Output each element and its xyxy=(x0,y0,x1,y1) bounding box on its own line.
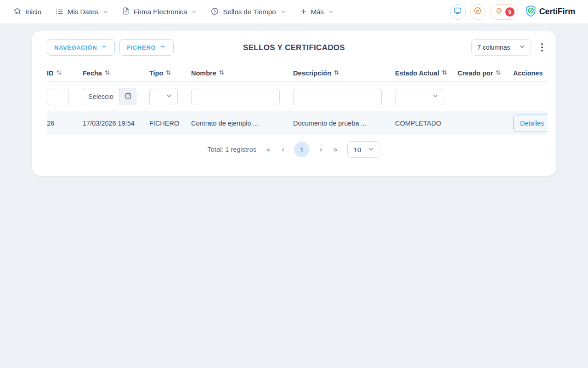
nav-item-label: Inicio xyxy=(25,8,41,16)
table-row[interactable]: 26 17/03/2026 19:54 FICHERO Contrato de … xyxy=(47,111,548,135)
last-page-button[interactable]: » xyxy=(332,146,339,154)
current-page-button[interactable]: 1 xyxy=(294,142,310,157)
filter-fecha-input[interactable] xyxy=(83,88,119,105)
brand-name: CertiFirm xyxy=(539,7,575,17)
chevron-down-icon xyxy=(328,8,334,16)
nav-item-mas[interactable]: Más xyxy=(300,7,334,17)
records-table: ID Fecha Tipo Nombre Descripción xyxy=(47,65,548,135)
cell-nombre: Contrato de ejemplo ... xyxy=(191,120,293,127)
chevron-down-icon xyxy=(281,8,286,16)
columns-select[interactable]: 7 columnas xyxy=(471,39,531,56)
filter-descripcion-input[interactable] xyxy=(293,88,382,105)
plus-icon xyxy=(300,7,307,17)
first-page-button[interactable]: « xyxy=(265,146,271,154)
previous-page-button[interactable]: ‹ xyxy=(280,146,285,154)
add-navegacion-label: NAVEGACIÓN xyxy=(54,44,97,51)
detalles-label: Detalles xyxy=(520,120,544,127)
compass-icon xyxy=(473,6,482,17)
cell-tipo: FICHERO xyxy=(149,120,191,127)
sort-icon xyxy=(495,69,501,77)
next-page-button[interactable]: › xyxy=(318,146,323,154)
add-fichero-button[interactable]: FICHERO xyxy=(119,39,174,56)
column-header-acciones: Acciones xyxy=(513,69,548,77)
monitor-icon xyxy=(453,6,462,17)
chevron-down-icon xyxy=(432,92,439,101)
plus-icon xyxy=(101,43,107,52)
nav-item-mis-datos[interactable]: Mis Datos xyxy=(55,7,108,17)
column-header-id[interactable]: ID xyxy=(47,69,83,77)
page-body: NAVEGACIÓN FICHERO SELLOS Y CERTIFICADOS… xyxy=(0,24,588,176)
column-header-tipo[interactable]: Tipo xyxy=(149,69,191,77)
page-size-select[interactable]: 10 xyxy=(347,141,380,158)
nav-item-firma-electronica[interactable]: Firma Electronica xyxy=(122,7,197,17)
page-title: SELLOS Y CERTIFICADOS xyxy=(243,43,345,52)
columns-select-value: 7 columnas xyxy=(477,44,510,51)
more-options-button[interactable] xyxy=(538,40,546,54)
nav-item-sellos-de-tiempo[interactable]: Sellos de Tiempo xyxy=(210,7,285,17)
shield-check-icon xyxy=(525,5,537,19)
nav-item-label: Firma Electronica xyxy=(134,8,187,16)
detalles-button[interactable]: Detalles xyxy=(513,115,548,132)
sellos-card: NAVEGACIÓN FICHERO SELLOS Y CERTIFICADOS… xyxy=(32,31,556,176)
brand-logo: CertiFirm xyxy=(525,5,575,19)
nav-item-inicio[interactable]: Inicio xyxy=(13,7,41,17)
page-size-value: 10 xyxy=(353,146,361,154)
chevron-down-icon xyxy=(192,8,197,16)
bell-icon xyxy=(495,7,503,17)
nav-item-label: Más xyxy=(311,8,324,16)
sort-icon xyxy=(441,69,447,77)
cell-id: 26 xyxy=(47,120,83,127)
sort-icon xyxy=(104,69,110,77)
nav-item-label: Sellos de Tiempo xyxy=(223,8,276,16)
top-navbar: Inicio Mis Datos Firma Electronica xyxy=(0,0,588,24)
document-icon xyxy=(122,7,130,17)
cell-fecha: 17/03/2026 19:54 xyxy=(83,120,149,127)
card-header: NAVEGACIÓN FICHERO SELLOS Y CERTIFICADOS… xyxy=(32,31,556,56)
cell-descripcion: Documento de prueba ... xyxy=(293,120,395,127)
total-records-label: Total: 1 registros xyxy=(208,146,256,153)
table-filter-row xyxy=(47,82,548,111)
column-header-descripcion[interactable]: Descripción xyxy=(293,69,395,77)
nav-menu: Inicio Mis Datos Firma Electronica xyxy=(13,7,450,17)
column-header-creado-por[interactable]: Creado por xyxy=(458,69,513,77)
sort-icon xyxy=(219,69,225,77)
filter-nombre-input[interactable] xyxy=(191,88,280,105)
nav-item-label: Mis Datos xyxy=(68,8,98,16)
chevron-down-icon xyxy=(519,44,525,51)
cell-estado: COMPLETADO xyxy=(395,120,458,127)
calendar-button[interactable] xyxy=(119,88,136,105)
table-header-row: ID Fecha Tipo Nombre Descripción xyxy=(47,65,548,82)
filter-estado-select[interactable] xyxy=(395,88,444,105)
column-header-fecha[interactable]: Fecha xyxy=(83,69,149,77)
home-icon xyxy=(13,7,22,17)
clock-icon xyxy=(210,7,219,17)
filter-id-input[interactable] xyxy=(47,88,69,105)
filter-fecha-group xyxy=(83,88,136,105)
compass-button[interactable] xyxy=(470,4,486,20)
sort-icon xyxy=(56,69,62,77)
plus-icon xyxy=(159,43,166,52)
sort-icon xyxy=(334,69,339,77)
add-buttons: NAVEGACIÓN FICHERO xyxy=(47,39,174,56)
column-header-nombre[interactable]: Nombre xyxy=(191,69,293,77)
add-navegacion-button[interactable]: NAVEGACIÓN xyxy=(47,39,115,56)
column-header-estado-actual[interactable]: Estado Actual xyxy=(395,69,458,77)
list-icon xyxy=(55,7,64,17)
sort-icon xyxy=(165,69,171,77)
navbar-actions: 5 CertiFirm xyxy=(450,4,575,20)
monitor-button[interactable] xyxy=(450,4,466,20)
calendar-icon xyxy=(124,92,132,101)
add-fichero-label: FICHERO xyxy=(127,44,156,51)
chevron-down-icon xyxy=(368,146,374,154)
notifications-button[interactable]: 5 xyxy=(490,4,518,20)
chevron-down-icon xyxy=(166,92,172,101)
notification-badge: 5 xyxy=(505,7,514,17)
pagination-bar: Total: 1 registros « ‹ 1 › » 10 xyxy=(32,141,556,158)
filter-tipo-select[interactable] xyxy=(149,88,178,105)
header-right-controls: 7 columnas xyxy=(471,39,546,56)
chevron-down-icon xyxy=(103,8,108,16)
